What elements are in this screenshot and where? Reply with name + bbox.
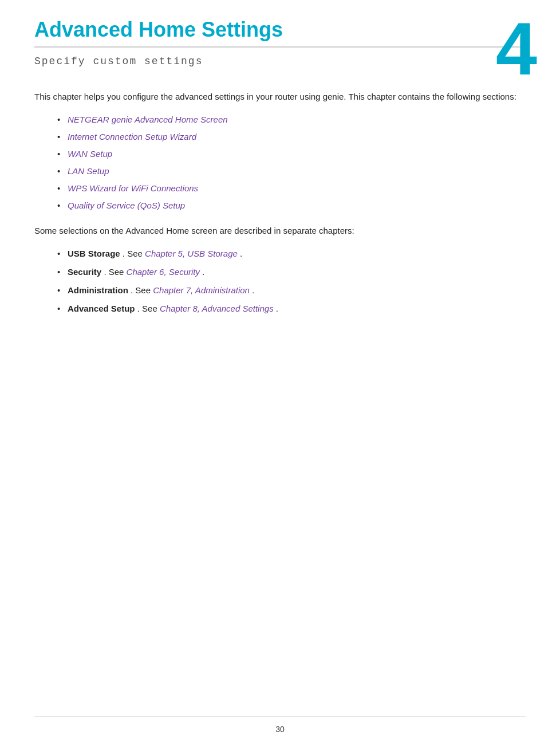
- list-item-security: Security . See Chapter 6, Security .: [57, 265, 526, 279]
- link-internet-connection[interactable]: Internet Connection Setup Wizard: [68, 132, 196, 141]
- list-item-advanced-setup: Advanced Setup . See Chapter 8, Advanced…: [57, 302, 526, 316]
- footer-divider: [34, 717, 526, 717]
- list-item: WAN Setup: [57, 147, 526, 161]
- link-wps-wizard[interactable]: WPS Wizard for WiFi Connections: [68, 183, 198, 193]
- list-item: WPS Wizard for WiFi Connections: [57, 182, 526, 195]
- list-item-usb: USB Storage . See Chapter 5, USB Storage…: [57, 247, 526, 261]
- term-administration: Administration: [68, 285, 128, 295]
- page-container: 4 Advanced Home Settings Specify custom …: [0, 0, 560, 361]
- link-chapter7[interactable]: Chapter 7, Administration: [153, 285, 250, 295]
- period-advanced: .: [276, 304, 278, 313]
- see-text-advanced: . See: [137, 304, 160, 313]
- see-also-list: USB Storage . See Chapter 5, USB Storage…: [57, 247, 526, 316]
- link-wan-setup[interactable]: WAN Setup: [68, 149, 112, 159]
- title-divider: [34, 46, 526, 48]
- link-chapter8[interactable]: Chapter 8, Advanced Settings: [160, 304, 274, 313]
- period-admin: .: [252, 285, 254, 295]
- list-item: Internet Connection Setup Wizard: [57, 130, 526, 144]
- see-text-security: . See: [104, 267, 126, 277]
- list-item: LAN Setup: [57, 164, 526, 178]
- term-advanced-setup: Advanced Setup: [68, 304, 135, 313]
- page-title: Advanced Home Settings: [34, 17, 526, 42]
- link-lan-setup[interactable]: LAN Setup: [68, 166, 109, 176]
- section-links-list: NETGEAR genie Advanced Home Screen Inter…: [57, 113, 526, 213]
- link-netgear-genie[interactable]: NETGEAR genie Advanced Home Screen: [68, 115, 228, 124]
- see-also-intro: Some selections on the Advanced Home scr…: [34, 224, 526, 238]
- see-text-usb: . See: [123, 249, 145, 258]
- term-security: Security: [68, 267, 101, 277]
- chapter-number: 4: [496, 11, 537, 86]
- page-footer: 30: [0, 717, 560, 734]
- see-text-admin: . See: [131, 285, 153, 295]
- list-item: Quality of Service (QoS) Setup: [57, 199, 526, 213]
- period-usb: .: [240, 249, 242, 258]
- list-item-administration: Administration . See Chapter 7, Administ…: [57, 284, 526, 297]
- page-number: 30: [275, 725, 285, 734]
- link-chapter6[interactable]: Chapter 6, Security: [127, 267, 200, 277]
- link-chapter5[interactable]: Chapter 5, USB Storage: [145, 249, 238, 258]
- intro-text: This chapter helps you configure the adv…: [34, 90, 526, 104]
- page-subtitle: Specify custom settings: [34, 56, 526, 67]
- period-security: .: [202, 267, 204, 277]
- link-qos-setup[interactable]: Quality of Service (QoS) Setup: [68, 200, 185, 210]
- list-item: NETGEAR genie Advanced Home Screen: [57, 113, 526, 127]
- term-usb: USB Storage: [68, 249, 120, 258]
